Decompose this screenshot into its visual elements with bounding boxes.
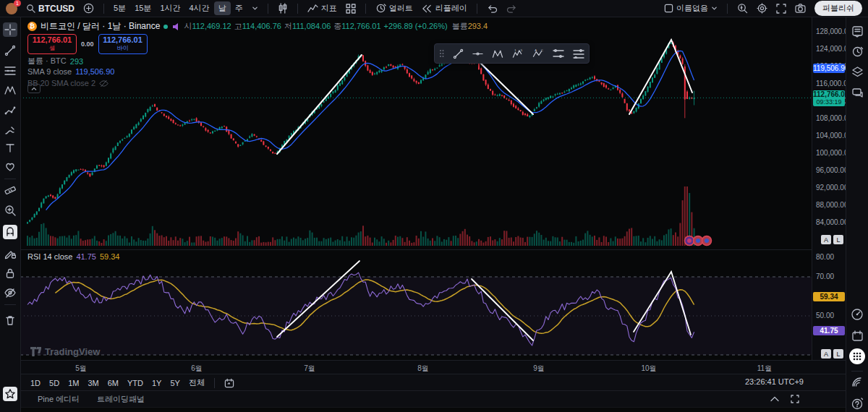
save-layout-button[interactable]: 이름없음 (660, 1, 722, 15)
timeframe-15분[interactable]: 15분 (130, 1, 156, 15)
tab-pine-editor[interactable]: Pine 에디터 (38, 394, 80, 405)
compare-add-button[interactable] (79, 1, 98, 15)
brush-tool[interactable] (3, 123, 17, 137)
chat-button[interactable] (850, 85, 864, 100)
emoji-sticker[interactable] (694, 236, 703, 246)
timeframe-1시간[interactable]: 1시간 (156, 1, 184, 15)
timeframe-날[interactable]: 날 (214, 1, 231, 15)
magnet-mode-toggle[interactable] (3, 225, 17, 239)
layout-templates-button[interactable] (341, 2, 360, 15)
auto-scale-button[interactable]: A (821, 235, 831, 244)
session-clock[interactable]: 23:26:41 UTC+9 (745, 377, 804, 386)
range-1D[interactable]: 1D (26, 377, 45, 389)
fib-retracement-tool[interactable] (3, 64, 17, 78)
range-3M[interactable]: 3M (83, 377, 103, 389)
fav-trend-line-icon[interactable] (453, 48, 464, 59)
panel-maximize-button[interactable] (791, 395, 799, 405)
emoji-sticker[interactable] (685, 236, 694, 246)
help-button[interactable] (850, 396, 864, 411)
range-5Y[interactable]: 5Y (166, 377, 184, 389)
crosshair-tool[interactable] (3, 22, 17, 37)
panel-expand-button[interactable] (770, 395, 779, 403)
trend-line-drawing[interactable] (479, 61, 533, 114)
publish-button[interactable]: 퍼블리쉬 (814, 1, 862, 16)
alerts-panel-button[interactable] (850, 44, 864, 59)
timeframe-menu-arrow[interactable] (247, 4, 263, 13)
indicators-button[interactable]: 지표 (303, 1, 341, 15)
symbol-search-button[interactable]: BTCUSD (22, 2, 79, 15)
timeframe-5분[interactable]: 5분 (109, 1, 130, 15)
trend-line-tool[interactable] (3, 43, 17, 58)
user-avatar[interactable]: 1 (6, 3, 17, 14)
undo-button[interactable] (482, 3, 502, 14)
sell-button[interactable]: 112,766.01 셀 (27, 34, 77, 54)
hide-all-drawings-tool[interactable] (3, 286, 17, 300)
range-5D[interactable]: 5D (45, 377, 64, 389)
range-1Y[interactable]: 1Y (148, 377, 166, 389)
ohlc-key: 시 (184, 22, 192, 30)
tab-trading-panel[interactable]: 트레이딩패널 (97, 394, 145, 405)
trend-line-drawing[interactable] (277, 55, 362, 154)
chart-legend[interactable]: ₿ 비트코인 / 달러 · 1날 · Binance 시112,469.12고1… (27, 20, 488, 33)
emoji-sticker[interactable] (702, 236, 712, 246)
fav-horizontal-line-icon[interactable] (472, 48, 483, 59)
replay-button[interactable]: 리플레이 (417, 1, 472, 15)
lock-all-drawings-tool[interactable] (3, 266, 17, 280)
range-6M[interactable]: 6M (103, 377, 123, 389)
zoom-in-tool[interactable] (3, 203, 17, 218)
fav-long-position-icon[interactable] (553, 48, 564, 59)
apps-menu-button[interactable] (849, 348, 865, 364)
settings-button[interactable] (752, 1, 772, 15)
ideas-stream-icon[interactable] (171, 22, 180, 31)
volume-indicator-row[interactable]: 볼륨 · BTC 293 (27, 56, 83, 66)
screener-gauge-button[interactable] (850, 307, 864, 322)
quick-search-button[interactable] (733, 1, 752, 15)
favorite-drawings-toolbar[interactable]: 15 AC (434, 43, 590, 64)
text-tool[interactable] (3, 141, 17, 155)
prediction-tool[interactable] (3, 103, 17, 118)
remove-drawings-tool[interactable] (3, 313, 17, 327)
text-icon (4, 142, 16, 154)
drawing-mode-lock-tool[interactable] (3, 246, 17, 261)
pattern-tool[interactable] (3, 83, 17, 98)
log-scale-button[interactable]: L (833, 349, 843, 359)
drag-handle-icon[interactable] (439, 49, 444, 58)
rsi-legend-row[interactable]: RSI 14 close 41.75 59.34 (27, 252, 119, 261)
fav-elliott-impulse-icon[interactable]: 15 (512, 48, 524, 59)
timeframe-4시간[interactable]: 4시간 (185, 1, 214, 15)
watchlist-button[interactable] (850, 24, 864, 38)
object-tree-button[interactable] (850, 64, 864, 79)
legend-title[interactable]: 비트코인 / 달러 · 1날 · Binance (41, 20, 160, 33)
range-1M[interactable]: 1M (64, 377, 83, 389)
news-feed-button[interactable] (850, 375, 864, 390)
calendar-button[interactable] (850, 328, 864, 343)
fav-elliott-correction-icon[interactable]: AC (532, 48, 544, 59)
legend-collapse-button[interactable] (27, 84, 41, 93)
log-scale-button[interactable]: L (833, 235, 843, 244)
measure-tool[interactable] (3, 183, 17, 197)
auto-scale-button[interactable]: A (821, 349, 831, 359)
rsi-pane[interactable]: RSI 14 close 41.75 59.34 TradingView (20, 249, 812, 361)
range-YTD[interactable]: YTD (123, 377, 148, 389)
emoji-tool[interactable] (3, 160, 17, 174)
sma-indicator-row[interactable]: SMA 9 close 119,506.90 (27, 67, 114, 76)
rsi-chart[interactable] (20, 250, 812, 361)
chart-style-button[interactable] (273, 1, 292, 15)
price-axis[interactable]: 128,000.00124,000.00120,000.00116,000.00… (812, 17, 846, 249)
screenshot-button[interactable] (791, 2, 810, 14)
timeframe-주[interactable]: 주 (231, 1, 247, 15)
redo-button[interactable] (502, 3, 522, 14)
rsi-axis[interactable]: 80.0070.0050.0059.3441.75AL (812, 249, 846, 360)
alert-button[interactable]: 얼러트 (371, 1, 417, 15)
eye-hidden-icon[interactable] (99, 80, 109, 87)
favorites-toolbar-toggle[interactable] (3, 387, 17, 401)
range-전체[interactable]: 전체 (184, 376, 209, 390)
fullscreen-button[interactable] (772, 2, 791, 15)
go-to-date-button[interactable] (220, 377, 239, 390)
fav-short-position-icon[interactable] (573, 48, 584, 59)
trend-line-drawing[interactable] (629, 40, 692, 114)
fav-xabcd-pattern-icon[interactable] (492, 48, 503, 59)
main-chart-pane[interactable]: ₿ 비트코인 / 달러 · 1날 · Binance 시112,469.12고1… (20, 17, 812, 249)
time-axis[interactable]: 5월6월7월8월9월10월11월 (20, 360, 812, 374)
buy-button[interactable]: 112,766.01 바이 (98, 34, 148, 54)
